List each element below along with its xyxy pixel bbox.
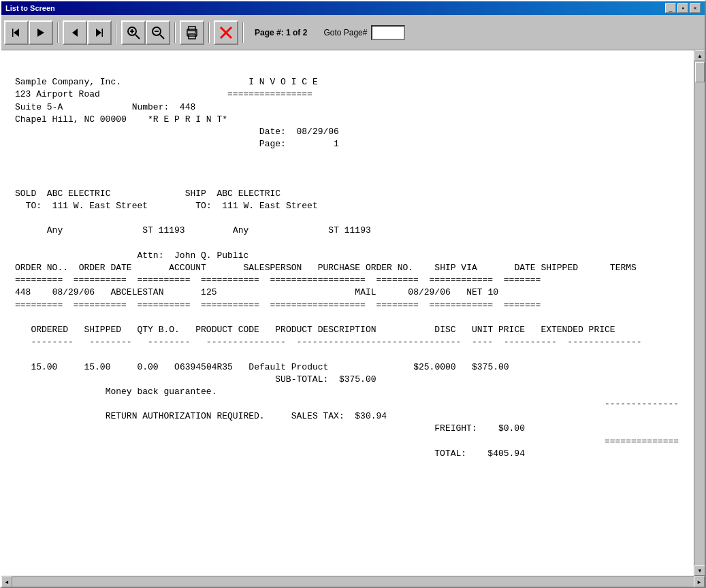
svg-rect-14 [189, 27, 195, 31]
row-account: ABCELESTAN [110, 287, 163, 297]
col-po-no: PURCHASE ORDER NO. [318, 263, 413, 273]
close-button[interactable]: × [690, 3, 701, 13]
col2-product-code: PRODUCT CODE [195, 325, 259, 335]
row2-shipped: 15.00 [84, 362, 110, 372]
svg-marker-4 [96, 29, 101, 37]
number-value: 448 [180, 102, 195, 112]
print-button[interactable] [180, 20, 204, 45]
svg-line-11 [160, 35, 164, 39]
row-salesperson: 125 [201, 287, 216, 297]
invoice-underline: ================ [227, 89, 312, 99]
col2-ext-price: EXTENDED PRICE [541, 325, 615, 335]
svg-marker-0 [12, 29, 14, 37]
goto-page-input[interactable] [371, 25, 405, 40]
first-page-button[interactable] [4, 20, 29, 45]
goto-page-label: Goto Page# [323, 28, 367, 37]
subtotal-label: SUB-TOTAL: [275, 374, 328, 385]
col2-qty-bo: QTY B.O. [137, 325, 179, 335]
invoice-content: Sample Company, Inc. I N V O I C E 123 A… [15, 64, 680, 472]
sold-to: TO: [26, 201, 42, 211]
company-address2: Suite 5-A [15, 102, 63, 112]
col2-shipped: SHIPPED [84, 325, 121, 335]
row2-qty-bo: 0.00 [137, 362, 158, 372]
col-account: ACCOUNT [169, 263, 206, 273]
col2-prod-desc: PRODUCT DESCRIPTION [275, 325, 376, 335]
sold-state-zip: ST 11193 [142, 225, 184, 235]
window-title: List to Screen [5, 4, 55, 12]
col2-unit-price: UNIT PRICE [472, 325, 525, 335]
content-area: Sample Company, Inc. I N V O I C E 123 A… [1, 50, 694, 576]
prev-page-button[interactable] [63, 20, 87, 45]
ship-state-zip: ST 11193 [328, 225, 370, 235]
row-order-no: 448 [15, 287, 31, 297]
scroll-right-button[interactable]: ► [694, 576, 705, 587]
window-controls: _ ▪ × [665, 3, 701, 13]
page-number-label: Page #: 1 of 2 [255, 28, 307, 37]
nav-group-1 [4, 20, 53, 45]
sold-company: ABC ELECTRIC [47, 189, 111, 199]
col-salesperson: SALESPERSON [243, 263, 302, 273]
scroll-down-button[interactable]: ▼ [694, 565, 705, 576]
scroll-up-button[interactable]: ▲ [694, 50, 705, 61]
svg-line-7 [135, 35, 140, 39]
company-name: Sample Company, Inc. [15, 77, 121, 87]
subtotal-value: $375.00 [339, 374, 376, 385]
company-address1: 123 Airport Road [15, 89, 100, 99]
zoom-out-button[interactable] [146, 20, 170, 45]
guarantee-text: Money back guarantee. [106, 387, 217, 397]
next-page-button[interactable] [87, 20, 112, 45]
main-area: Sample Company, Inc. I N V O I C E 123 A… [1, 50, 705, 576]
toolbar: Page #: 1 of 2 Goto Page# [1, 15, 705, 50]
col-order-date: ORDER DATE [79, 263, 132, 273]
separator-5 [242, 22, 244, 43]
col2-ordered: ORDERED [31, 325, 68, 335]
svg-point-16 [195, 31, 196, 33]
row-ship-via: MAIL [355, 287, 376, 297]
row2-ext-price: $375.00 [472, 362, 509, 372]
total-label: TOTAL: [434, 448, 466, 459]
ship-to: TO: [195, 201, 211, 211]
page-value: 1 [334, 139, 339, 149]
separator-3 [174, 22, 176, 43]
sales-tax-label: SALES TAX: [291, 411, 344, 421]
total-value: $405.94 [487, 448, 525, 459]
freight-label: FREIGHT: [434, 423, 477, 434]
ship-company: ABC ELECTRIC [217, 189, 281, 199]
nav-group-2 [63, 20, 112, 45]
date-value: 08/29/06 [296, 127, 338, 137]
svg-marker-3 [72, 29, 78, 37]
svg-marker-5 [102, 29, 103, 37]
zoom-group [121, 20, 170, 45]
sold-label: SOLD [15, 189, 36, 199]
page-label: Page: [259, 139, 286, 149]
stop-button[interactable] [214, 20, 238, 45]
separator-1 [57, 22, 59, 43]
separator-4 [208, 22, 210, 43]
ship-label: SHIP [185, 189, 206, 199]
col-terms: TERMS [610, 263, 637, 273]
col-ship-via: SHIP VIA [434, 263, 477, 273]
company-address3: Chapel Hill, NC 00000 [15, 114, 127, 125]
svg-marker-1 [14, 29, 19, 37]
vertical-scrollbar[interactable]: ▲ ▼ [694, 50, 705, 576]
horizontal-scrollbar[interactable]: ◄ ► [1, 576, 705, 587]
scroll-thumb[interactable] [695, 62, 705, 82]
scroll-track[interactable] [694, 61, 705, 565]
col2-disc: DISC [434, 325, 455, 335]
play-button[interactable] [29, 20, 53, 45]
scroll-left-button[interactable]: ◄ [1, 576, 12, 587]
freight-value: $0.00 [498, 423, 525, 434]
zoom-in-button[interactable] [121, 20, 146, 45]
row-order-date: 08/29/06 [52, 287, 95, 297]
sold-address: 111 W. East Street [52, 201, 148, 211]
row2-prod-desc: Default Product [248, 362, 328, 372]
row2-unit-price: $25.0000 [413, 362, 455, 372]
sales-tax-value: $30.94 [355, 411, 387, 421]
restore-button[interactable]: ▪ [677, 3, 688, 13]
svg-marker-2 [37, 29, 44, 37]
row2-product-code: O6394504R35 [174, 362, 233, 372]
minimize-button[interactable]: _ [665, 3, 676, 13]
invoice-title: I N V O I C E [248, 77, 317, 87]
reprint: *R E P R I N T* [148, 114, 227, 125]
h-scroll-track[interactable] [12, 576, 694, 587]
